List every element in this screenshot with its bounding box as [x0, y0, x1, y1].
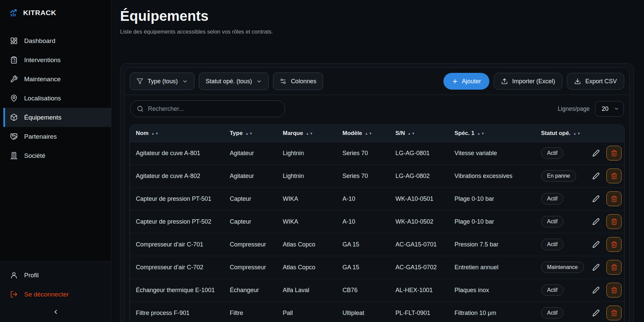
status-filter-button[interactable]: Statut opé. (tous)	[199, 73, 269, 90]
logo-chart-icon	[9, 8, 18, 17]
sidebar-item-societe[interactable]: Société	[0, 146, 111, 165]
pencil-icon	[592, 286, 600, 294]
column-header-label: S/N	[395, 130, 405, 136]
column-header-4[interactable]: S/N▲▼	[389, 125, 448, 142]
column-header-label: Nom	[136, 130, 149, 136]
cell: Filtration 10 µm	[448, 302, 535, 322]
equipment-table-wrap: Nom▲▼Type▲▼Marque▲▼Modèle▲▼S/N▲▼Spéc. 1▲…	[129, 125, 625, 322]
cell: AL-HEX-1001	[389, 279, 448, 302]
status-badge: En panne	[541, 170, 576, 182]
table-row: Compresseur d’air C-701CompresseurAtlas …	[130, 233, 625, 256]
trash-icon	[611, 287, 618, 293]
table-header-row: Nom▲▼Type▲▼Marque▲▼Modèle▲▼S/N▲▼Spéc. 1▲…	[130, 125, 625, 142]
import-button-label: Importer (Excel)	[512, 78, 555, 85]
download-icon	[574, 78, 581, 85]
status-filter-label: Statut opé. (tous)	[206, 78, 252, 85]
brand: KITRACK	[0, 0, 111, 24]
delete-button[interactable]	[606, 283, 622, 297]
sidebar-item-profile[interactable]: Profil	[0, 266, 111, 285]
chevron-down-icon	[614, 106, 619, 111]
cell: AC-GA15-0701	[389, 233, 448, 256]
actions-cell	[585, 165, 625, 187]
cell: Vibrations excessives	[448, 165, 535, 187]
column-header-6[interactable]: Statut opé.▲▼	[535, 125, 585, 142]
sidebar-item-label: Société	[24, 152, 45, 159]
cell: Capteur de pression PT-502	[130, 210, 224, 233]
cell: Filtre process F-901	[130, 302, 224, 322]
cell: Compresseur d’air C-702	[130, 256, 224, 279]
package-icon	[10, 113, 18, 121]
status-cell: Actif	[535, 142, 585, 165]
sidebar-item-interventions[interactable]: Interventions	[0, 50, 111, 70]
status-badge: Actif	[541, 147, 564, 159]
search-input[interactable]	[148, 105, 278, 112]
plus-icon	[452, 78, 458, 85]
equipment-card: Type (tous) Statut opé. (tous)	[120, 63, 634, 322]
sidebar-collapse-button[interactable]	[0, 304, 111, 320]
rows-per-page-select[interactable]: 20	[595, 101, 624, 117]
column-header-label: Spéc. 1	[454, 130, 475, 136]
cell: Échangeur	[224, 279, 277, 302]
status-cell: Actif	[535, 187, 585, 210]
type-filter-button[interactable]: Type (tous)	[130, 73, 195, 90]
columns-button[interactable]: Colonnes	[273, 73, 323, 90]
column-header-5[interactable]: Spéc. 1▲▼	[448, 125, 535, 142]
chevron-down-icon	[256, 79, 262, 84]
edit-button[interactable]	[592, 264, 600, 271]
edit-button[interactable]	[592, 218, 600, 225]
sidebar-footer-nav: ProfilSe déconnecter	[0, 266, 111, 304]
sort-arrows-icon: ▲▼	[365, 132, 373, 135]
column-header-2[interactable]: Marque▲▼	[277, 125, 336, 142]
column-header-0[interactable]: Nom▲▼	[130, 125, 224, 142]
sort-arrows-icon: ▲▼	[306, 132, 314, 135]
column-header-1[interactable]: Type▲▼	[224, 125, 277, 142]
add-button[interactable]: Ajouter	[443, 73, 489, 90]
sidebar-item-logout[interactable]: Se déconnecter	[0, 285, 111, 304]
sidebar-item-maintenance[interactable]: Maintenance	[0, 70, 111, 89]
status-cell: Actif	[535, 302, 585, 322]
table-body: Agitateur de cuve A-801AgitateurLightnin…	[130, 142, 625, 322]
edit-button[interactable]	[592, 241, 600, 248]
status-badge: Actif	[541, 307, 564, 319]
cell: Agitateur de cuve A-801	[130, 142, 224, 165]
delete-button[interactable]	[606, 306, 622, 320]
import-excel-button[interactable]: Importer (Excel)	[494, 73, 562, 90]
delete-button[interactable]	[606, 191, 622, 206]
cell: A-10	[336, 187, 389, 210]
cell: Compresseur	[224, 233, 277, 256]
sidebar-item-label: Équipements	[24, 114, 61, 121]
cell: Series 70	[336, 165, 389, 187]
columns-label: Colonnes	[291, 78, 316, 85]
delete-button[interactable]	[606, 237, 622, 252]
edit-button[interactable]	[592, 286, 600, 294]
cell: LG-AG-0801	[389, 142, 448, 165]
sidebar-item-localisations[interactable]: Localisations	[0, 89, 111, 108]
export-csv-button[interactable]: Export CSV	[567, 73, 624, 90]
delete-button[interactable]	[606, 146, 622, 160]
delete-button[interactable]	[606, 214, 622, 229]
funnel-icon	[137, 78, 143, 85]
actions-cell	[585, 142, 625, 165]
delete-button[interactable]	[606, 260, 622, 275]
sidebar-item-dashboard[interactable]: Dashboard	[0, 31, 111, 50]
status-badge: Maintenance	[541, 262, 584, 273]
column-header-label: Marque	[283, 130, 303, 136]
rows-per-page-value: 20	[602, 105, 608, 112]
sidebar-item-label: Partenaires	[24, 133, 57, 140]
delete-button[interactable]	[606, 169, 622, 183]
column-header-label: Statut opé.	[541, 130, 571, 136]
cell: Agitateur de cuve A-802	[130, 165, 224, 187]
column-header-3[interactable]: Modèle▲▼	[336, 125, 389, 142]
cell: Atlas Copco	[277, 233, 336, 256]
sort-arrows-icon: ▲▼	[573, 132, 581, 135]
sidebar-item-partenaires[interactable]: Partenaires	[0, 127, 111, 146]
cell: Capteur	[224, 210, 277, 233]
edit-button[interactable]	[592, 195, 600, 202]
cell: Capteur	[224, 187, 277, 210]
edit-button[interactable]	[592, 309, 600, 317]
edit-button[interactable]	[592, 149, 600, 157]
equipment-table: Nom▲▼Type▲▼Marque▲▼Modèle▲▼S/N▲▼Spéc. 1▲…	[130, 125, 625, 322]
edit-button[interactable]	[592, 172, 600, 180]
sidebar-item-equipements[interactable]: Équipements	[3, 108, 111, 127]
cell: Compresseur	[224, 256, 277, 279]
